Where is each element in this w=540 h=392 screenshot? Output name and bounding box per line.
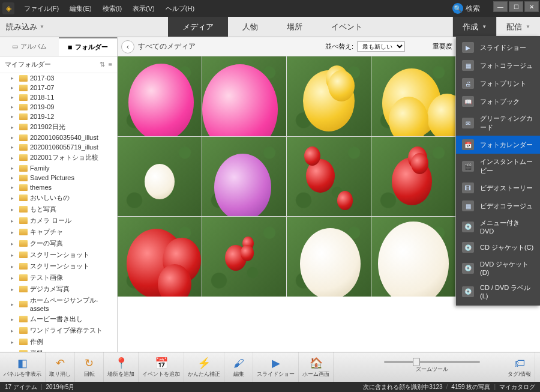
tab-album[interactable]: ▭ アルバム [0,37,59,56]
thumbnail[interactable] [118,137,202,217]
folder-icon: ■ [68,43,73,52]
folder-item[interactable]: ▸2017-07 [0,83,117,92]
menu-edit[interactable]: 編集(E) [65,2,97,16]
folder-item[interactable]: ▸デジカメ写真 [0,283,117,295]
thumbnail[interactable] [287,137,371,217]
title-bar: ◈ ファイル(F) 編集(E) 検索(I) 表示(V) ヘルプ(H) 🔍 検索 … [0,0,540,17]
folder-item[interactable]: ▸スクリーンショット [0,249,117,261]
folder-item[interactable]: ▸テスト画像 [0,272,117,283]
folder-item[interactable]: ▸ワンドライブ保存テスト [0,325,117,336]
folder-item[interactable]: ▸2019-12 [0,112,117,121]
folder-item[interactable]: ▸キャプチャ [0,226,117,238]
maximize-button[interactable]: ☐ [509,1,523,12]
menu-item-icon: 🎬 [462,161,474,172]
tab-people[interactable]: 人物 [228,17,272,37]
folder-item[interactable]: ▸20200106055719_illust [0,142,117,152]
folder-item[interactable]: ▸おいしいもの [0,192,117,204]
sort-icon[interactable]: ⇅ [100,61,105,68]
create-menu-item[interactable]: 🎞ビデオストーリー [456,179,540,197]
create-menu-item[interactable]: 💿CD ジャケット(C) [456,238,540,256]
menu-file[interactable]: ファイル(F) [19,2,64,16]
window-controls: — ☐ ✕ [492,1,539,12]
thumbnail[interactable] [287,217,371,297]
deliver-button[interactable]: 配信 ▼ [496,17,540,37]
create-menu-item[interactable]: 📖フォトブック [456,92,540,110]
status-bar: 17 アイテム | 2019年5月 次に含まれる顔を識別中3123 / 4159… [0,382,540,392]
folder-item[interactable]: ▸作例 [0,336,117,348]
edit-button[interactable]: 🖌編集 [224,352,253,382]
twisty-icon: ▸ [11,218,17,224]
rotate-button[interactable]: ↻回転 [75,352,104,382]
create-menu-item[interactable]: 💿DVD ジャケット(D) [456,256,540,280]
minimize-button[interactable]: — [493,1,508,12]
thumbnail[interactable] [202,56,286,136]
folder-item[interactable]: ▸202001フォトショ比較 [0,152,117,163]
chevron-down-icon: ▼ [526,24,530,29]
zoom-slider[interactable] [384,361,480,363]
tab-event[interactable]: イベント [317,17,377,37]
zoom-thumb[interactable] [413,358,420,366]
create-button[interactable]: 作成 ▼ [452,17,496,37]
create-menu-item[interactable]: 📅フォトカレンダー [456,136,540,154]
create-menu-item[interactable]: 💿CD / DVD ラベル(L) [456,280,540,303]
undo-icon: ↶ [56,356,65,370]
search-area[interactable]: 🔍 検索 [452,3,480,14]
undo-button[interactable]: ↶取り消し [46,352,75,382]
create-menu-item[interactable]: 💿メニュー付き DVD [456,215,540,238]
folder-item[interactable]: ▸2018-11 [0,92,117,102]
menu-search[interactable]: 検索(I) [98,2,127,16]
folder-item[interactable]: ▸2017-03 [0,73,117,83]
folder-item[interactable]: ▸20200106035640_illust [0,133,117,142]
folder-item[interactable]: ▸クーの写真 [0,238,117,249]
create-menu-item[interactable]: 🖨フォトプリント [456,74,540,92]
menu-item-label: フォトカレンダー [480,140,533,149]
folder-item[interactable]: ▸themes [0,182,117,192]
create-menu-item[interactable]: 🎬インスタントムービー [456,154,540,179]
sort-select[interactable]: 最も新しい [357,41,405,52]
folder-item[interactable]: ▸スクリーンショット [0,261,117,272]
thumbnail[interactable] [118,56,202,136]
thumbnail[interactable] [202,137,286,217]
thumbnail[interactable] [287,56,371,136]
back-button[interactable]: ‹ [121,40,134,53]
twisty-icon: ▸ [11,94,17,100]
add-event-button[interactable]: 📅イベントを追加 [139,352,184,382]
home-button[interactable]: 🏠ホーム画面 [299,352,334,382]
folder-item[interactable]: ▸ホームページサンプル-assets [0,295,117,313]
menu-view[interactable]: 表示(V) [128,2,160,16]
tag-info-button[interactable]: 🏷タグ/情報 [504,352,535,382]
thumbnail[interactable] [118,217,202,297]
folder-item[interactable]: ▸ムービー書き出し [0,313,117,325]
close-button[interactable]: ✕ [524,1,539,12]
list-icon[interactable]: ≡ [109,61,112,68]
folder-item[interactable]: ▸2019-09 [0,102,117,112]
create-menu-item[interactable]: ▶スライドショー [456,38,540,56]
folder-item[interactable]: ▸201902日光 [0,121,117,133]
hide-panel-button[interactable]: ◧パネルを非表示 [0,352,46,382]
thumbnail[interactable] [371,56,455,136]
create-menu-item[interactable]: ✉グリーティングカード [456,110,540,136]
menu-item-label: フォトブック [480,97,520,106]
add-place-button[interactable]: 📍場所を追加 [104,352,139,382]
tab-media[interactable]: メディア [168,17,228,37]
slideshow-button[interactable]: ▶スライドショー [253,352,299,382]
folder-label: もと写真 [30,205,56,214]
tab-place[interactable]: 場所 [272,17,317,37]
import-button[interactable]: 読み込み ▼ [0,17,60,37]
easy-fix-button[interactable]: ⚡かんたん補正 [184,352,224,382]
create-menu-item[interactable]: ▦フォトコラージュ [456,56,540,74]
folder-item[interactable]: ▸もと写真 [0,204,117,215]
folder-item[interactable]: ▸Saved Pictures [0,173,117,182]
folder-item[interactable]: ▸カメラ ロール [0,215,117,226]
import-label: 読み込み [6,22,37,32]
create-menu-item[interactable]: ▦ビデオコラージュ [456,197,540,215]
thumbnail[interactable] [202,217,286,297]
folder-item[interactable]: ▸資料 [0,348,117,352]
tab-folder[interactable]: ■ フォルダー [59,37,118,56]
thumbnail[interactable] [371,137,455,217]
menu-help[interactable]: ヘルプ(H) [161,2,199,16]
folder-label: ワンドライブ保存テスト [30,326,103,335]
folder-item[interactable]: ▸Family [0,163,117,173]
thumbnail[interactable] [371,217,455,297]
folder-sidebar[interactable]: マイフォルダー ⇅ ≡ ▸2017-03▸2017-07▸2018-11▸201… [0,56,118,352]
